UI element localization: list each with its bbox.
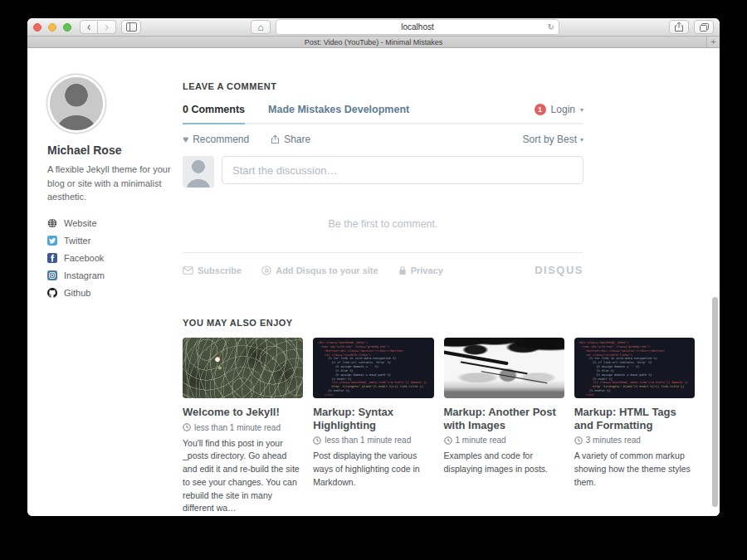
- post-thumbnail-foam-photo: [183, 338, 303, 398]
- back-button[interactable]: ‹: [80, 20, 98, 34]
- post-excerpt: A variety of common markup showing how t…: [574, 450, 695, 489]
- globe-icon: [47, 218, 57, 228]
- subscribe-link[interactable]: Subscribe: [183, 265, 242, 275]
- tab-community-link[interactable]: Made Mistakes Development: [268, 104, 409, 115]
- related-posts-section: YOU MAY ALSO ENJOY Welcome to Jekyll! le…: [183, 318, 720, 515]
- read-time: less than 1 minute read: [194, 423, 281, 432]
- post-title[interactable]: Markup: Syntax Highlighting: [313, 406, 433, 431]
- login-caret-icon: ▾: [580, 106, 583, 114]
- main-column: LEAVE A COMMENT 0 Comments Made Mistakes…: [183, 81, 720, 515]
- scrollbar[interactable]: [712, 297, 718, 507]
- tabs-overview-button[interactable]: [694, 20, 714, 34]
- related-card[interactable]: <div class="masthead__menu"> <nav id="si…: [313, 338, 433, 515]
- author-links: Website Twitter Facebook Instagram Githu…: [47, 218, 177, 298]
- link-label: Facebook: [64, 253, 104, 263]
- new-tab-button[interactable]: +: [706, 37, 720, 47]
- code-preview: <div class="masthead__menu"> <nav id="si…: [579, 341, 691, 397]
- browser-toolbar: ‹ › ⌂ localhost ↻: [27, 18, 720, 37]
- privacy-link[interactable]: Privacy: [398, 265, 443, 275]
- related-cards: Welcome to Jekyll! less than 1 minute re…: [183, 338, 695, 515]
- tab-comments-count[interactable]: 0 Comments: [183, 104, 245, 115]
- post-meta: 3 minutes read: [574, 436, 695, 445]
- post-meta: less than 1 minute read: [313, 436, 433, 445]
- comment-compose: [183, 156, 583, 187]
- related-card[interactable]: <div class="masthead__menu"> <nav id="si…: [574, 338, 695, 515]
- add-disqus-link[interactable]: Add Disqus to your site: [261, 265, 378, 275]
- sidebar-item-instagram[interactable]: Instagram: [47, 270, 177, 280]
- share-icon: [674, 22, 684, 32]
- window-controls: [33, 23, 71, 32]
- author-avatar: [47, 75, 105, 133]
- post-title[interactable]: Markup: Another Post with Images: [444, 406, 564, 431]
- zoom-window-button[interactable]: [63, 23, 71, 32]
- login-control[interactable]: 1 Login ▾: [535, 104, 583, 115]
- sidebar-item-facebook[interactable]: Facebook: [47, 253, 177, 263]
- post-excerpt: You'll find this post in your _posts dir…: [183, 437, 303, 516]
- sort-caret-icon: ▾: [580, 136, 583, 144]
- tab-bar: Post: Video (YouTube) - Minimal Mistakes…: [27, 37, 720, 48]
- forward-icon: ›: [105, 21, 109, 32]
- recommend-button[interactable]: ♥ Recommend: [183, 134, 249, 145]
- comment-input[interactable]: [222, 156, 583, 184]
- code-preview: <div class="masthead__menu"> <nav id="si…: [317, 341, 429, 397]
- disqus-footer: Subscribe Add Disqus to your site Privac…: [183, 253, 583, 276]
- sidebar-item-website[interactable]: Website: [47, 218, 177, 228]
- related-card[interactable]: Markup: Another Post with Images 1 minut…: [444, 338, 564, 515]
- share-comments-button[interactable]: Share: [271, 134, 310, 145]
- post-title[interactable]: Welcome to Jekyll!: [183, 406, 303, 419]
- post-excerpt: Post displaying the various ways of high…: [313, 450, 433, 489]
- sidebar-toggle-button[interactable]: [121, 20, 141, 34]
- author-name: Michael Rose: [47, 144, 177, 157]
- sort-label: Sort by Best: [523, 134, 577, 145]
- disqus-actions-row: ♥ Recommend Share Sort by Best ▾: [183, 124, 583, 156]
- comments-heading: LEAVE A COMMENT: [183, 81, 720, 91]
- post-thumbnail-fog-photo: [444, 338, 564, 398]
- link-label: Instagram: [64, 270, 105, 280]
- read-time: less than 1 minute read: [325, 436, 411, 445]
- sidebar-icon: [126, 22, 137, 32]
- author-profile: Michael Rose A flexible Jekyll theme for…: [47, 75, 177, 311]
- login-label: Login: [551, 104, 575, 115]
- home-icon: ⌂: [257, 22, 263, 33]
- share-button[interactable]: [669, 20, 689, 34]
- minimize-window-button[interactable]: [48, 23, 56, 32]
- share-arrow-icon: [271, 134, 280, 144]
- sort-by-dropdown[interactable]: Sort by Best ▾: [523, 134, 583, 145]
- link-label: Twitter: [64, 236, 90, 246]
- sidebar-item-twitter[interactable]: Twitter: [47, 236, 177, 246]
- subscribe-label: Subscribe: [198, 265, 242, 275]
- related-card[interactable]: Welcome to Jekyll! less than 1 minute re…: [183, 338, 303, 515]
- forward-button[interactable]: ›: [98, 20, 116, 34]
- close-window-button[interactable]: [33, 23, 42, 32]
- notification-badge: 1: [535, 104, 546, 115]
- post-thumbnail-code-screenshot: <div class="masthead__menu"> <nav id="si…: [313, 338, 433, 398]
- heart-icon: ♥: [183, 134, 188, 145]
- page-content: Michael Rose A flexible Jekyll theme for…: [27, 48, 720, 516]
- url-text: localhost: [401, 22, 433, 32]
- link-label: Website: [64, 218, 97, 228]
- link-label: Github: [64, 288, 90, 298]
- address-bar[interactable]: localhost ↻: [276, 19, 559, 35]
- recommend-label: Recommend: [193, 134, 249, 145]
- safari-window: ‹ › ⌂ localhost ↻ Post: Video (YouTube) …: [27, 18, 720, 516]
- post-title[interactable]: Markup: HTML Tags and Formatting: [574, 406, 695, 431]
- share-label: Share: [284, 134, 310, 145]
- add-disqus-label: Add Disqus to your site: [276, 265, 378, 275]
- guest-avatar: [183, 156, 214, 187]
- url-zone: ⌂ localhost ↻: [146, 19, 664, 35]
- privacy-label: Privacy: [411, 265, 443, 275]
- post-excerpt: Examples and code for displaying images …: [444, 450, 564, 476]
- active-tab[interactable]: Post: Video (YouTube) - Minimal Mistakes: [305, 38, 443, 46]
- facebook-icon: [47, 253, 57, 263]
- empty-state-message: Be the first to comment.: [183, 187, 583, 252]
- read-time: 1 minute read: [456, 436, 506, 445]
- refresh-icon[interactable]: ↻: [548, 22, 554, 32]
- history-nav-group: ‹ ›: [80, 20, 116, 34]
- sidebar-item-github[interactable]: Github: [47, 288, 177, 298]
- home-button[interactable]: ⌂: [251, 20, 271, 34]
- disqus-tab-row: 0 Comments Made Mistakes Development 1 L…: [183, 104, 583, 124]
- disqus-logo[interactable]: DISQUS: [535, 264, 583, 276]
- post-thumbnail-code-screenshot: <div class="masthead__menu"> <nav id="si…: [574, 338, 695, 398]
- clock-icon: [183, 423, 191, 431]
- clock-icon: [574, 436, 583, 445]
